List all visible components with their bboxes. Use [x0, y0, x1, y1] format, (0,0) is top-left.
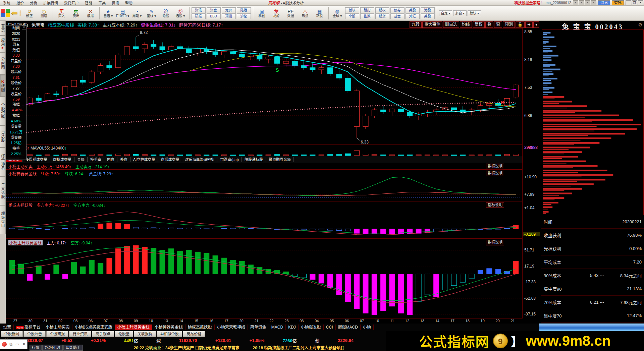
toolbar-button-资金[interactable]: 资金 — [207, 7, 221, 13]
vol-tab-融资融券余额[interactable]: 融资融券余额 — [266, 157, 294, 162]
sidebar-tab-自选股[interactable]: 自选股 — [0, 125, 6, 148]
vol-tab-欢乐海岸筹码密集[interactable]: 欢乐海岸筹码密集 — [182, 157, 217, 162]
bottom-tab-设置[interactable]: 设置 — [1, 325, 14, 330]
sidebar-tab-首页[interactable]: 首页 — [0, 21, 6, 36]
menu-item-智能[interactable]: 智能 — [82, 0, 95, 5]
toolbar-button-外汇[interactable]: 外汇 — [406, 13, 420, 19]
header-button-复权[interactable]: 复权 — [473, 21, 485, 28]
news-tab-行业资讯[interactable]: 行业资讯 — [69, 331, 91, 337]
close-icon[interactable]: ✕ — [22, 342, 25, 347]
panel-icon[interactable]: ▪ — [579, 0, 584, 5]
news-tab-AI相似个股[interactable]: AI相似个股 — [157, 331, 182, 337]
toolbar-button-基金[interactable]: 基金 — [390, 13, 405, 19]
minimize-button[interactable]: ─ — [626, 0, 631, 5]
toolbar-button-英股[interactable]: 英股 — [406, 7, 420, 13]
menu-item-系统[interactable]: 系统 — [0, 0, 13, 5]
toolbar-button-个股[interactable]: 个股 — [345, 13, 359, 19]
close-button[interactable]: ✕ — [638, 0, 643, 5]
toolbar-button-BBD[interactable]: BBD — [207, 13, 221, 19]
vol-tab-多周期成交量[interactable]: 多周期成交量 — [22, 157, 50, 162]
app-grid-icon[interactable] — [1, 9, 10, 17]
vol-tab-盘后成交量[interactable]: 盘后成交量 — [158, 157, 182, 162]
toolbar-button-板块[interactable]: 板块 — [345, 7, 359, 13]
indicator-help-button[interactable]: 指标说明 — [486, 164, 504, 169]
bottom-tab-小杨[interactable]: 小杨 — [361, 325, 374, 330]
toolbar-button-指数[interactable]: 指数 — [360, 13, 374, 19]
bottom-tab-小杨神器黄金线[interactable]: 小杨神器黄金线 — [152, 325, 185, 330]
status-button-行情[interactable]: 行情 — [30, 345, 42, 351]
toolbar-button-资讯[interactable]: 资讯 — [192, 7, 206, 13]
bottom-tab-小杨主动买卖[interactable]: 小杨主动买卖 — [43, 325, 72, 330]
toolbar-button-自选[interactable]: ★自选 ▾ — [102, 9, 115, 18]
promo-link[interactable]: 科技股掘金策略！ — [515, 0, 544, 5]
page-updown-icons[interactable]: ⬆⬇ — [19, 10, 21, 16]
header-button-➜[interactable]: ➜ — [525, 21, 533, 28]
bottom-tab-小杨主升浪黄金线[interactable]: 小杨主升浪黄金线 — [115, 325, 152, 330]
cy-label[interactable]: 创 — [315, 337, 319, 344]
toolbar-button-股指[interactable]: 股指 — [360, 7, 374, 13]
news-tab-高手观点[interactable]: 高手观点 — [92, 331, 114, 337]
news-tab-论股堂[interactable]: 论股堂 — [115, 331, 133, 337]
toolbar-button-沪伦[interactable]: 沪伦 — [237, 13, 251, 19]
panel-name[interactable]: 小杨神器黄金线 — [8, 171, 37, 176]
toolbar-button-预测[interactable]: 预测 — [222, 13, 236, 19]
header-button-删自选[interactable]: 删自选 — [443, 21, 459, 28]
sz-label[interactable]: 深 — [156, 337, 161, 344]
sidebar-tab-个股资料[interactable]: 个股资料 — [0, 97, 6, 125]
menu-item-资讯[interactable]: 资讯 — [109, 0, 122, 5]
sidebar-tab-分时图[interactable]: 分时图 — [0, 52, 6, 74]
sidebar-tab-K线图[interactable]: K线图 — [0, 74, 6, 97]
panel-name[interactable]: 杨成杰抓妖股 — [8, 202, 33, 208]
vol-tab-陆股通持股[interactable]: 陆股通持股 — [242, 157, 266, 162]
news-item-2[interactable]: 20:18 特斯拉超级工厂二期列入上海市重大预备项目 — [253, 345, 345, 350]
toolbar-button-新股[interactable]: ▦新股 — [313, 9, 326, 18]
toolbar-button-修正[interactable]: ↺修正 — [23, 9, 36, 18]
news-tab-个股公告[interactable]: 个股公告 — [23, 331, 46, 337]
sidebar-tab-综合排名[interactable]: 综合排名 — [0, 148, 6, 176]
vol-tab-AI立桩成交量[interactable]: AI立桩成交量 — [130, 157, 158, 162]
toolbar-button-卖出[interactable]: 卖卖出 — [69, 9, 83, 18]
sidebar-tab-牛叉诊股[interactable]: 牛叉诊股 — [0, 176, 6, 205]
toolbar-button-多窗[interactable]: 多窗 ▾ — [453, 10, 467, 16]
bottom-tab-简单资金[interactable]: 简单资金 — [248, 325, 269, 330]
toolbar-button-陆港[interactable]: 陆港 — [237, 7, 251, 13]
news-tab-个股新闻[interactable]: 个股新闻 — [1, 331, 23, 337]
sidebar-tab-超级盘口[interactable]: 超级盘口 — [0, 205, 6, 234]
menu-item-委托开户[interactable]: 委托开户 — [61, 0, 82, 5]
gear-icon[interactable]: ⚙ — [638, 22, 642, 27]
toolbar-button-论股[interactable]: 论论股 — [159, 9, 173, 18]
vol-tab-内盘[interactable]: 内盘 — [104, 157, 117, 162]
vol-tab-换手率[interactable]: 换手率 — [88, 157, 104, 162]
menu-item-扩展行情[interactable]: 扩展行情 — [40, 0, 61, 5]
indicator-help-button[interactable]: 指标说明 — [486, 202, 504, 208]
toolbar-button-模拟[interactable]: ⚒模拟 — [84, 9, 97, 18]
toolbar-button-画线[interactable]: ✎画线 ▾ — [145, 9, 158, 18]
panel-name[interactable]: 小杨主升浪黄金线 — [8, 240, 43, 245]
header-button-均线[interactable]: 均线 — [460, 21, 472, 28]
indicator-help-button[interactable]: 指标说明 — [486, 240, 504, 245]
help-icon[interactable]: ▪ — [591, 0, 596, 5]
toolbar-button-测速[interactable]: ◷测速 — [37, 9, 51, 18]
indicator-help-button[interactable]: 指标说明 — [486, 171, 504, 176]
bottom-tab-MACD[interactable]: MACD — [269, 325, 286, 330]
toolbar-button-买入[interactable]: 买买入 — [55, 9, 68, 18]
header-button-预测[interactable]: 预测 — [503, 21, 515, 28]
header-button-▾[interactable]: ▾ — [533, 21, 539, 28]
toolbar-button-周期[interactable]: ◔周期 ▾ — [130, 9, 144, 18]
scroll-strip[interactable] — [539, 324, 644, 331]
bottom-tab-起爆MACD[interactable]: 起爆MACD — [336, 325, 361, 330]
news-tab-商品价格[interactable]: 商品价格 — [183, 331, 205, 337]
news-tab-个股研报[interactable]: 个股研报 — [46, 331, 68, 337]
menu-item-报价[interactable]: 报价 — [13, 0, 27, 5]
vol-tab-虚拟成交量[interactable]: 虚拟成交量 — [50, 157, 74, 162]
menu-item-帮助[interactable]: 帮助 — [122, 0, 136, 5]
toolbar-button-数据[interactable]: PE数据 — [284, 9, 298, 18]
status-button-7×24小时[interactable]: 7×24小时 — [42, 345, 63, 351]
bottom-tab-小杨BS点买卖正式版[interactable]: 小杨BS点买卖正式版 — [72, 325, 115, 330]
toolbar-button-科创[interactable]: ▣科创 — [255, 9, 269, 18]
header-button-叠[interactable]: 叠 — [485, 21, 493, 28]
maximize-button[interactable]: ❐ — [632, 0, 637, 5]
header-button-🔓[interactable]: 🔓 — [516, 21, 525, 28]
toolbar-button-热点[interactable]: ♨热点 — [299, 9, 312, 18]
toolbar-button-竞价[interactable]: 竞价 — [222, 7, 236, 13]
